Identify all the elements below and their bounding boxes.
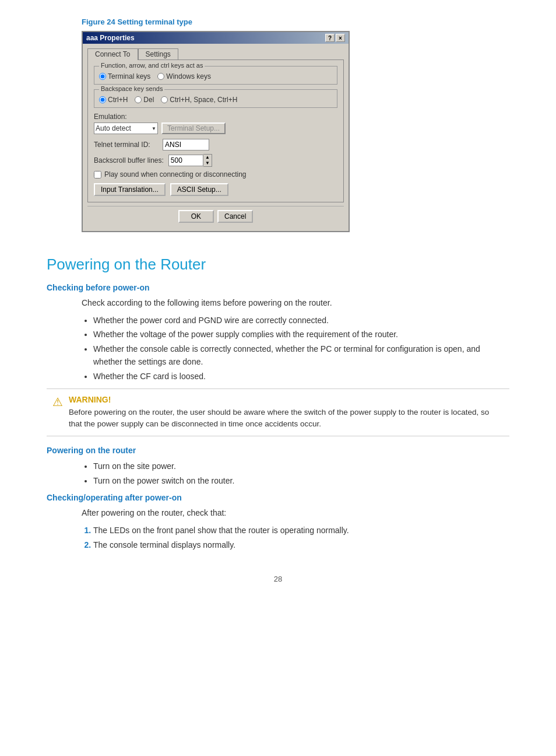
tab-settings[interactable]: Settings	[138, 48, 178, 60]
play-sound-label: Play sound when connecting or disconnect…	[104, 170, 247, 178]
terminal-keys-radio[interactable]	[99, 73, 106, 80]
checking-after-intro: After powering on the router, check that…	[82, 507, 509, 519]
spinner-up-button[interactable]: ▲	[203, 155, 212, 160]
list-item: Whether the console cable is correctly c…	[93, 342, 509, 369]
ctrl-h-space-radio[interactable]	[161, 96, 168, 103]
ctrl-h-option[interactable]: Ctrl+H	[99, 96, 128, 104]
emulation-value: Auto detect	[96, 124, 131, 132]
subsection-checking-before: Checking before power-on	[47, 283, 509, 292]
ctrl-h-radio[interactable]	[99, 96, 106, 103]
del-radio[interactable]	[135, 96, 142, 103]
del-option[interactable]: Del	[135, 96, 154, 104]
checking-after-list: The LEDs on the front panel show that th…	[93, 524, 509, 551]
emulation-label: Emulation:	[94, 113, 337, 121]
play-sound-row[interactable]: Play sound when connecting or disconnect…	[94, 170, 337, 178]
dialog-footer: OK Cancel	[87, 206, 344, 226]
tab-connect-to[interactable]: Connect To	[87, 48, 138, 60]
checking-before-intro: Check according to the following items b…	[82, 297, 509, 309]
del-label: Del	[143, 96, 154, 104]
function-keys-radio-row: Terminal keys Windows keys	[99, 72, 332, 80]
terminal-setup-button[interactable]: Terminal Setup...	[161, 123, 226, 134]
spinner-down-button[interactable]: ▼	[203, 160, 212, 166]
ctrl-h-space-label: Ctrl+H, Space, Ctrl+H	[170, 96, 237, 104]
close-button[interactable]: ×	[336, 34, 345, 42]
list-item: Turn on the power switch on the router.	[93, 474, 509, 487]
windows-keys-radio[interactable]	[157, 73, 164, 80]
list-item: Turn on the site power.	[93, 460, 509, 473]
help-button[interactable]: ?	[325, 34, 335, 42]
dialog-content-area: Function, arrow, and ctrl keys act as Te…	[87, 60, 344, 202]
terminal-keys-label: Terminal keys	[108, 72, 150, 80]
backspace-key-label: Backspace key sends	[99, 85, 164, 92]
list-item: Whether the power cord and PGND wire are…	[93, 314, 509, 327]
input-translation-button[interactable]: Input Translation...	[94, 183, 166, 196]
spinner-buttons: ▲ ▼	[203, 154, 212, 167]
backspace-radio-row: Ctrl+H Del Ctrl+H, Space, Ctrl+H	[99, 96, 332, 104]
list-item: The console terminal displays normally.	[93, 538, 509, 551]
backscroll-spinner: ▲ ▼	[168, 154, 212, 167]
list-item: The LEDs on the front panel show that th…	[93, 524, 509, 537]
dialog-wrapper: aaa Properties ? × Connect To Settings F…	[82, 31, 509, 232]
ctrl-h-space-option[interactable]: Ctrl+H, Space, Ctrl+H	[161, 96, 237, 104]
warning-title: WARNING!	[69, 395, 504, 404]
ascii-setup-button[interactable]: ASCII Setup...	[170, 183, 228, 196]
terminal-keys-option[interactable]: Terminal keys	[99, 72, 150, 80]
emulation-select[interactable]: Auto detect ▼	[94, 123, 158, 134]
main-section-title: Powering on the Router	[47, 256, 509, 274]
checking-before-list: Whether the power cord and PGND wire are…	[93, 314, 509, 383]
select-arrow-icon: ▼	[152, 126, 156, 131]
list-item: Whether the voltage of the power supply …	[93, 328, 509, 341]
ok-button[interactable]: OK	[178, 210, 214, 223]
warning-content: WARNING! Before powering on the router, …	[69, 395, 504, 430]
telnet-input[interactable]	[163, 139, 209, 150]
backscroll-field-row: Backscroll buffer lines: ▲ ▼	[94, 154, 337, 167]
warning-box: ⚠ WARNING! Before powering on the router…	[47, 388, 509, 437]
page-number: 28	[47, 575, 509, 583]
warning-icon: ⚠	[52, 395, 63, 409]
dialog-body: Connect To Settings Function, arrow, and…	[83, 44, 349, 231]
telnet-label: Telnet terminal ID:	[94, 141, 158, 149]
subsection-powering-router: Powering on the router	[47, 446, 509, 455]
dialog-titlebar: aaa Properties ? ×	[83, 32, 349, 44]
dialog-title: aaa Properties	[86, 34, 135, 42]
figure-caption: Figure 24 Setting terminal type	[82, 18, 509, 26]
emulation-row: Auto detect ▼ Terminal Setup...	[94, 123, 337, 134]
backscroll-input[interactable]	[168, 155, 203, 166]
ctrl-h-label: Ctrl+H	[108, 96, 128, 104]
list-item: Whether the CF card is loosed.	[93, 370, 509, 383]
dialog-tabs: Connect To Settings	[87, 48, 344, 60]
titlebar-buttons: ? ×	[325, 34, 345, 42]
warning-text: Before powering on the router, the user …	[69, 407, 504, 430]
play-sound-checkbox[interactable]	[94, 171, 101, 178]
windows-keys-label: Windows keys	[166, 72, 211, 80]
subsection-checking-after: Checking/operating after power-on	[47, 493, 509, 502]
function-keys-label: Function, arrow, and ctrl keys act as	[99, 62, 205, 69]
aaa-properties-dialog: aaa Properties ? × Connect To Settings F…	[82, 31, 350, 232]
bottom-buttons: Input Translation... ASCII Setup...	[94, 183, 337, 196]
backspace-key-group: Backspace key sends Ctrl+H Del Ctrl+H	[94, 89, 337, 108]
powering-router-list: Turn on the site power. Turn on the powe…	[93, 460, 509, 487]
backscroll-label: Backscroll buffer lines:	[94, 156, 164, 164]
telnet-field-row: Telnet terminal ID:	[94, 139, 337, 150]
windows-keys-option[interactable]: Windows keys	[157, 72, 211, 80]
cancel-button[interactable]: Cancel	[217, 210, 253, 223]
function-keys-group: Function, arrow, and ctrl keys act as Te…	[94, 66, 337, 85]
